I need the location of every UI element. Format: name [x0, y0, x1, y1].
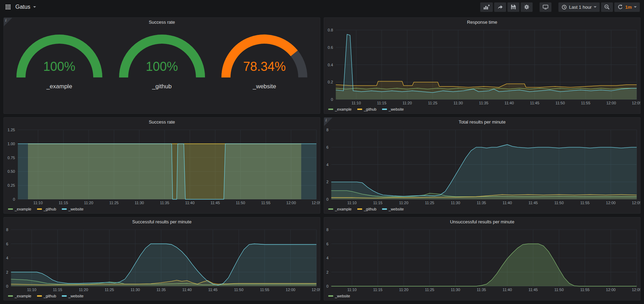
- svg-text:11:45: 11:45: [528, 288, 538, 292]
- refresh-interval-label: 1m: [625, 5, 632, 10]
- svg-text:0: 0: [326, 284, 328, 288]
- legend-item[interactable]: _example: [8, 207, 31, 211]
- chart-plot[interactable]: 11:1011:1511:2011:2511:3011:3511:4011:45…: [324, 27, 640, 106]
- legend-item[interactable]: _github: [357, 107, 376, 111]
- svg-text:11:30: 11:30: [131, 288, 140, 292]
- legend-item[interactable]: _example: [8, 294, 31, 298]
- navbar: Gatus: [0, 0, 644, 14]
- svg-text:11:40: 11:40: [182, 288, 192, 292]
- dashboard-grid: i Success rate 100%_example100%_github78…: [0, 14, 644, 304]
- svg-text:11:55: 11:55: [580, 201, 590, 205]
- legend-item[interactable]: _website: [382, 107, 404, 111]
- panel-title[interactable]: Total results per minute: [324, 118, 640, 126]
- panel-response-time: Response time 11:1011:1511:2011:2511:301…: [324, 17, 641, 114]
- svg-text:11:45: 11:45: [528, 201, 538, 205]
- info-icon[interactable]: i: [324, 118, 332, 126]
- legend-series-name: _website: [68, 294, 83, 298]
- gauge-example: 100%_example: [12, 30, 107, 90]
- legend: _website: [324, 293, 640, 300]
- chart-plot[interactable]: 11:1011:1511:2011:2511:3011:3511:4011:45…: [4, 226, 320, 293]
- panel-title[interactable]: Response time: [324, 18, 640, 27]
- cycle-view-button[interactable]: [540, 2, 551, 12]
- legend-series-name: _website: [68, 207, 83, 211]
- svg-text:11:30: 11:30: [134, 201, 144, 205]
- svg-text:11:50: 11:50: [234, 288, 243, 292]
- legend-item[interactable]: _example: [328, 207, 352, 211]
- svg-text:11:15: 11:15: [59, 201, 68, 205]
- panel-title-text: Unsuccessful results per minute: [450, 219, 514, 224]
- settings-button[interactable]: [521, 2, 533, 12]
- zoom-out-button[interactable]: [601, 2, 613, 12]
- svg-text:11:50: 11:50: [554, 201, 564, 205]
- chart-plot[interactable]: 11:1011:1511:2011:2511:3011:3511:4011:45…: [324, 226, 640, 293]
- svg-text:0.2: 0.2: [328, 80, 333, 84]
- legend-series-name: _github: [364, 107, 376, 111]
- legend-series-marker: [328, 109, 333, 110]
- dashboard-picker[interactable]: Gatus: [13, 2, 38, 12]
- svg-text:11:10: 11:10: [27, 288, 36, 292]
- panel-title[interactable]: Success rate: [4, 18, 320, 27]
- apps-menu-button[interactable]: [4, 3, 12, 11]
- panel-title[interactable]: Unsuccessful results per minute: [324, 217, 640, 226]
- svg-text:11:40: 11:40: [505, 101, 514, 105]
- svg-text:11:25: 11:25: [109, 201, 119, 205]
- svg-text:0: 0: [331, 97, 333, 102]
- gauge-value: 100%: [115, 59, 209, 74]
- panel-title-text: Success rate: [149, 119, 175, 125]
- chart-plot[interactable]: 11:1011:1511:2011:2511:3011:3511:4011:45…: [324, 126, 640, 206]
- svg-text:0.75: 0.75: [8, 156, 15, 160]
- svg-text:6: 6: [6, 242, 8, 246]
- svg-text:11:20: 11:20: [399, 288, 409, 292]
- svg-text:11:25: 11:25: [428, 101, 438, 105]
- panel-title-text: Total results per minute: [459, 119, 505, 125]
- svg-text:11:50: 11:50: [554, 288, 564, 292]
- save-button[interactable]: [507, 2, 519, 12]
- svg-text:12:05: 12:05: [632, 201, 640, 205]
- legend-series-marker: [8, 295, 13, 297]
- panel-title-text: Response time: [467, 20, 497, 25]
- share-button[interactable]: [494, 2, 506, 12]
- panel-success-rate-graph: Success rate 11:1011:1511:2011:2511:3011…: [3, 117, 320, 214]
- svg-text:11:15: 11:15: [377, 101, 387, 105]
- gauge-label: _example: [12, 83, 107, 90]
- svg-text:11:40: 11:40: [503, 201, 512, 205]
- svg-text:12:00: 12:00: [286, 288, 295, 292]
- legend-series-name: _website: [389, 107, 404, 111]
- legend-item[interactable]: _github: [37, 207, 56, 211]
- legend-item[interactable]: _github: [37, 294, 56, 298]
- svg-text:11:30: 11:30: [451, 288, 460, 292]
- dashboard-title: Gatus: [15, 4, 30, 10]
- info-icon[interactable]: i: [4, 18, 12, 26]
- legend-item[interactable]: _example: [328, 107, 352, 111]
- legend-item[interactable]: _website: [328, 294, 350, 298]
- svg-text:0: 0: [13, 197, 15, 201]
- tv-icon: [543, 4, 548, 10]
- svg-text:11:35: 11:35: [479, 101, 489, 105]
- chart-plot[interactable]: 11:1011:1511:2011:2511:3011:3511:4011:45…: [4, 126, 320, 206]
- legend: _example_github_website: [324, 206, 640, 213]
- svg-text:8: 8: [326, 228, 328, 232]
- svg-text:11:20: 11:20: [403, 101, 412, 105]
- svg-text:11:45: 11:45: [211, 201, 220, 205]
- time-range-picker[interactable]: Last 1 hour: [558, 2, 600, 12]
- legend-series-marker: [62, 208, 67, 210]
- legend-item[interactable]: _website: [382, 207, 404, 211]
- panel-title[interactable]: Success rate: [4, 118, 320, 126]
- svg-text:11:50: 11:50: [236, 201, 245, 205]
- legend-series-name: _example: [15, 294, 31, 298]
- add-panel-button[interactable]: [480, 2, 493, 12]
- refresh-picker[interactable]: 1m: [614, 2, 640, 12]
- svg-text:11:10: 11:10: [34, 201, 43, 205]
- svg-text:2: 2: [326, 180, 328, 184]
- save-icon: [511, 4, 516, 10]
- legend-item[interactable]: _github: [357, 207, 376, 211]
- panel-title[interactable]: Successful results per minute: [4, 217, 320, 226]
- svg-text:11:30: 11:30: [454, 101, 463, 105]
- svg-text:11:15: 11:15: [53, 288, 63, 292]
- legend-item[interactable]: _website: [62, 207, 83, 211]
- svg-text:4: 4: [326, 256, 328, 260]
- svg-text:0.4: 0.4: [328, 63, 333, 67]
- legend-item[interactable]: _website: [62, 294, 83, 298]
- legend-series-marker: [357, 109, 362, 110]
- gear-icon: [524, 4, 529, 10]
